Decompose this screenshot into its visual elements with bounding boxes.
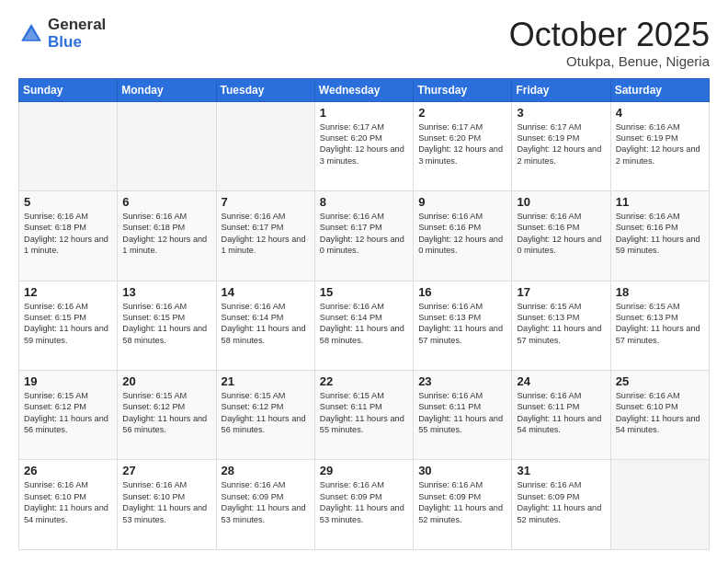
table-row: 15Sunrise: 6:16 AM Sunset: 6:14 PM Dayli… xyxy=(314,281,413,370)
day-info: Sunrise: 6:16 AM Sunset: 6:14 PM Dayligh… xyxy=(320,301,408,347)
table-row: 19Sunrise: 6:15 AM Sunset: 6:12 PM Dayli… xyxy=(19,371,118,460)
day-info: Sunrise: 6:17 AM Sunset: 6:20 PM Dayligh… xyxy=(418,121,506,167)
day-number: 13 xyxy=(122,285,210,299)
day-number: 14 xyxy=(222,285,310,299)
table-row: 16Sunrise: 6:16 AM Sunset: 6:13 PM Dayli… xyxy=(414,281,512,370)
day-info: Sunrise: 6:16 AM Sunset: 6:18 PM Dayligh… xyxy=(24,211,112,257)
table-row: 24Sunrise: 6:16 AM Sunset: 6:11 PM Dayli… xyxy=(512,371,610,460)
day-number: 21 xyxy=(222,374,310,388)
day-info: Sunrise: 6:16 AM Sunset: 6:10 PM Dayligh… xyxy=(122,479,210,525)
table-row: 1Sunrise: 6:17 AM Sunset: 6:20 PM Daylig… xyxy=(314,101,413,190)
day-number: 22 xyxy=(320,374,408,388)
day-info: Sunrise: 6:16 AM Sunset: 6:10 PM Dayligh… xyxy=(616,390,704,436)
calendar-header-row: Sunday Monday Tuesday Wednesday Thursday… xyxy=(19,78,710,101)
day-number: 18 xyxy=(616,285,704,299)
day-info: Sunrise: 6:16 AM Sunset: 6:13 PM Dayligh… xyxy=(418,301,506,347)
day-info: Sunrise: 6:16 AM Sunset: 6:11 PM Dayligh… xyxy=(418,390,506,436)
table-row: 2Sunrise: 6:17 AM Sunset: 6:20 PM Daylig… xyxy=(414,101,512,190)
day-number: 4 xyxy=(616,106,704,120)
table-row: 5Sunrise: 6:16 AM Sunset: 6:18 PM Daylig… xyxy=(19,191,118,281)
logo-general: General xyxy=(48,17,106,34)
day-number: 8 xyxy=(320,195,408,209)
day-info: Sunrise: 6:15 AM Sunset: 6:11 PM Dayligh… xyxy=(320,390,408,436)
day-number: 5 xyxy=(24,195,112,209)
table-row: 4Sunrise: 6:16 AM Sunset: 6:19 PM Daylig… xyxy=(610,101,709,190)
day-info: Sunrise: 6:16 AM Sunset: 6:19 PM Dayligh… xyxy=(616,121,704,167)
table-row: 31Sunrise: 6:16 AM Sunset: 6:09 PM Dayli… xyxy=(512,460,610,550)
day-number: 16 xyxy=(418,285,506,299)
table-row: 7Sunrise: 6:16 AM Sunset: 6:17 PM Daylig… xyxy=(216,191,314,281)
calendar-week-row: 26Sunrise: 6:16 AM Sunset: 6:10 PM Dayli… xyxy=(19,460,710,550)
table-row: 23Sunrise: 6:16 AM Sunset: 6:11 PM Dayli… xyxy=(414,371,512,460)
day-number: 15 xyxy=(320,285,408,299)
day-number: 28 xyxy=(222,464,310,477)
day-info: Sunrise: 6:15 AM Sunset: 6:13 PM Dayligh… xyxy=(517,301,605,347)
table-row: 14Sunrise: 6:16 AM Sunset: 6:14 PM Dayli… xyxy=(216,281,314,370)
day-number: 25 xyxy=(616,374,704,388)
col-wednesday: Wednesday xyxy=(314,78,413,101)
table-row: 29Sunrise: 6:16 AM Sunset: 6:09 PM Dayli… xyxy=(314,460,413,550)
title-block: October 2025 Otukpa, Benue, Nigeria xyxy=(509,17,710,69)
table-row: 20Sunrise: 6:15 AM Sunset: 6:12 PM Dayli… xyxy=(118,371,216,460)
day-info: Sunrise: 6:16 AM Sunset: 6:15 PM Dayligh… xyxy=(24,301,112,347)
table-row xyxy=(216,101,314,190)
day-info: Sunrise: 6:16 AM Sunset: 6:14 PM Dayligh… xyxy=(222,301,310,347)
table-row: 17Sunrise: 6:15 AM Sunset: 6:13 PM Dayli… xyxy=(512,281,610,370)
day-number: 6 xyxy=(122,195,210,209)
logo: General Blue xyxy=(18,17,106,51)
table-row: 26Sunrise: 6:16 AM Sunset: 6:10 PM Dayli… xyxy=(19,460,118,550)
day-number: 29 xyxy=(320,464,408,477)
day-number: 31 xyxy=(517,464,605,477)
day-info: Sunrise: 6:16 AM Sunset: 6:09 PM Dayligh… xyxy=(517,479,605,525)
calendar-week-row: 1Sunrise: 6:17 AM Sunset: 6:20 PM Daylig… xyxy=(19,101,710,190)
table-row xyxy=(118,101,216,190)
day-info: Sunrise: 6:15 AM Sunset: 6:12 PM Dayligh… xyxy=(24,390,112,436)
day-info: Sunrise: 6:16 AM Sunset: 6:15 PM Dayligh… xyxy=(122,301,210,347)
day-number: 3 xyxy=(517,106,605,120)
col-monday: Monday xyxy=(118,78,216,101)
day-number: 23 xyxy=(418,374,506,388)
table-row: 21Sunrise: 6:15 AM Sunset: 6:12 PM Dayli… xyxy=(216,371,314,460)
col-sunday: Sunday xyxy=(19,78,118,101)
title-location: Otukpa, Benue, Nigeria xyxy=(509,53,710,69)
day-info: Sunrise: 6:15 AM Sunset: 6:13 PM Dayligh… xyxy=(616,301,704,347)
table-row: 3Sunrise: 6:17 AM Sunset: 6:19 PM Daylig… xyxy=(512,101,610,190)
day-info: Sunrise: 6:16 AM Sunset: 6:09 PM Dayligh… xyxy=(320,479,408,525)
day-number: 9 xyxy=(418,195,506,209)
day-number: 24 xyxy=(517,374,605,388)
day-info: Sunrise: 6:16 AM Sunset: 6:18 PM Dayligh… xyxy=(122,211,210,257)
day-info: Sunrise: 6:16 AM Sunset: 6:16 PM Dayligh… xyxy=(517,211,605,257)
day-number: 1 xyxy=(320,106,408,120)
day-number: 2 xyxy=(418,106,506,120)
table-row xyxy=(19,101,118,190)
day-number: 11 xyxy=(616,195,704,209)
day-info: Sunrise: 6:16 AM Sunset: 6:16 PM Dayligh… xyxy=(418,211,506,257)
col-thursday: Thursday xyxy=(414,78,512,101)
day-info: Sunrise: 6:16 AM Sunset: 6:11 PM Dayligh… xyxy=(517,390,605,436)
table-row: 30Sunrise: 6:16 AM Sunset: 6:09 PM Dayli… xyxy=(414,460,512,550)
calendar-table: Sunday Monday Tuesday Wednesday Thursday… xyxy=(18,78,710,550)
col-friday: Friday xyxy=(512,78,610,101)
day-number: 27 xyxy=(122,464,210,477)
day-info: Sunrise: 6:16 AM Sunset: 6:17 PM Dayligh… xyxy=(320,211,408,257)
table-row: 28Sunrise: 6:16 AM Sunset: 6:09 PM Dayli… xyxy=(216,460,314,550)
table-row: 13Sunrise: 6:16 AM Sunset: 6:15 PM Dayli… xyxy=(118,281,216,370)
col-saturday: Saturday xyxy=(610,78,709,101)
table-row: 9Sunrise: 6:16 AM Sunset: 6:16 PM Daylig… xyxy=(414,191,512,281)
col-tuesday: Tuesday xyxy=(216,78,314,101)
day-info: Sunrise: 6:17 AM Sunset: 6:19 PM Dayligh… xyxy=(517,121,605,167)
title-month: October 2025 xyxy=(509,17,710,53)
calendar-week-row: 19Sunrise: 6:15 AM Sunset: 6:12 PM Dayli… xyxy=(19,371,710,460)
table-row: 25Sunrise: 6:16 AM Sunset: 6:10 PM Dayli… xyxy=(610,371,709,460)
day-number: 12 xyxy=(24,285,112,299)
day-info: Sunrise: 6:15 AM Sunset: 6:12 PM Dayligh… xyxy=(122,390,210,436)
day-info: Sunrise: 6:16 AM Sunset: 6:09 PM Dayligh… xyxy=(222,479,310,525)
calendar-week-row: 5Sunrise: 6:16 AM Sunset: 6:18 PM Daylig… xyxy=(19,191,710,281)
day-info: Sunrise: 6:16 AM Sunset: 6:10 PM Dayligh… xyxy=(24,479,112,525)
table-row: 18Sunrise: 6:15 AM Sunset: 6:13 PM Dayli… xyxy=(610,281,709,370)
header: General Blue October 2025 Otukpa, Benue,… xyxy=(18,17,710,69)
day-number: 7 xyxy=(222,195,310,209)
day-number: 10 xyxy=(517,195,605,209)
table-row: 6Sunrise: 6:16 AM Sunset: 6:18 PM Daylig… xyxy=(118,191,216,281)
logo-icon xyxy=(18,21,44,47)
